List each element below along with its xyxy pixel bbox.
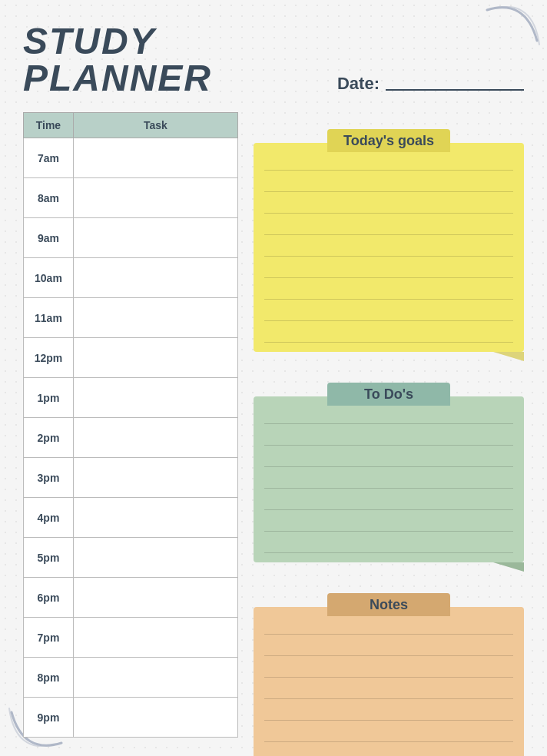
note-line (264, 510, 513, 532)
table-row: 3pm (24, 458, 238, 498)
table-row: 6pm (24, 578, 238, 618)
task-cell[interactable] (73, 418, 237, 458)
todos-note: To Do's (254, 396, 524, 562)
goals-wrapper: Today's goals (254, 129, 524, 352)
schedule-header: Time Task (24, 113, 238, 138)
time-cell: 1pm (24, 378, 74, 418)
date-label: Date: (337, 74, 380, 94)
note-line (264, 149, 513, 171)
note-line (264, 656, 513, 678)
table-row: 11am (24, 298, 238, 338)
note-line (264, 446, 513, 467)
note-line (264, 699, 513, 721)
todos-tab-label: To Do's (364, 386, 413, 403)
time-cell: 11am (24, 298, 74, 338)
todos-note-content (254, 396, 524, 553)
note-line (264, 192, 513, 214)
task-cell[interactable] (73, 538, 237, 578)
notes-tab-label: Notes (370, 597, 408, 613)
task-cell[interactable] (73, 618, 237, 658)
note-line (264, 424, 513, 446)
time-cell: 7pm (24, 618, 74, 658)
time-cell: 4pm (24, 498, 74, 538)
task-cell[interactable] (73, 458, 237, 498)
todos-tab: To Do's (327, 383, 450, 406)
note-line (264, 214, 513, 235)
time-cell: 9am (24, 218, 74, 258)
note-line (264, 321, 513, 343)
note-line (264, 721, 513, 742)
table-row: 10am (24, 258, 238, 298)
table-row: 8pm (24, 658, 238, 698)
task-cell[interactable] (73, 138, 237, 178)
time-cell: 8am (24, 178, 74, 218)
note-line (264, 489, 513, 510)
goals-note: Today's goals (254, 143, 524, 352)
table-row: 1pm (24, 378, 238, 418)
header: STUDY PLANNER Date: (23, 23, 524, 97)
task-cell[interactable] (73, 578, 237, 618)
main-content: Time Task 7am8am9am10am11am12pm1pm2pm3pm… (23, 112, 524, 753)
table-row: 8am (24, 178, 238, 218)
page-title: STUDY PLANNER (23, 23, 314, 97)
schedule-body: 7am8am9am10am11am12pm1pm2pm3pm4pm5pm6pm7… (24, 138, 238, 738)
note-line (264, 635, 513, 656)
note-line (264, 613, 513, 635)
notes-note: Notes (254, 607, 524, 756)
note-line (264, 171, 513, 192)
task-cell[interactable] (73, 378, 237, 418)
time-cell: 6pm (24, 578, 74, 618)
date-line (386, 89, 524, 91)
task-cell[interactable] (73, 338, 237, 378)
task-cell[interactable] (73, 498, 237, 538)
time-cell: 7am (24, 138, 74, 178)
note-line (264, 403, 513, 424)
task-cell[interactable] (73, 298, 237, 338)
table-row: 7am (24, 138, 238, 178)
time-cell: 12pm (24, 338, 74, 378)
notes-wrapper: Notes (254, 593, 524, 756)
schedule-section: Time Task 7am8am9am10am11am12pm1pm2pm3pm… (23, 112, 238, 753)
note-line (264, 300, 513, 321)
task-cell[interactable] (73, 218, 237, 258)
task-cell[interactable] (73, 698, 237, 738)
time-cell: 5pm (24, 538, 74, 578)
table-row: 4pm (24, 498, 238, 538)
time-cell: 8pm (24, 658, 74, 698)
notes-tab: Notes (327, 593, 450, 616)
table-row: 5pm (24, 538, 238, 578)
table-row: 9am (24, 218, 238, 258)
note-line (264, 257, 513, 278)
todos-wrapper: To Do's (254, 383, 524, 562)
notes-note-content (254, 607, 524, 756)
note-line (264, 532, 513, 553)
table-row: 2pm (24, 418, 238, 458)
note-line (264, 742, 513, 756)
table-row: 12pm (24, 338, 238, 378)
note-line (264, 678, 513, 699)
note-line (264, 235, 513, 257)
page: STUDY PLANNER Date: Time Task 7am8am9am1… (0, 0, 547, 756)
time-cell: 10am (24, 258, 74, 298)
note-line (264, 467, 513, 489)
goals-note-content (254, 143, 524, 343)
goals-tab: Today's goals (327, 129, 450, 152)
table-row: 7pm (24, 618, 238, 658)
schedule-table: Time Task 7am8am9am10am11am12pm1pm2pm3pm… (23, 112, 238, 738)
task-cell[interactable] (73, 178, 237, 218)
task-cell[interactable] (73, 258, 237, 298)
note-line (264, 278, 513, 300)
notes-column: Today's goals To Do's (254, 112, 524, 753)
time-column-header: Time (24, 113, 74, 138)
date-section: Date: (337, 74, 524, 97)
task-cell[interactable] (73, 658, 237, 698)
table-row: 9pm (24, 698, 238, 738)
time-cell: 9pm (24, 698, 74, 738)
goals-tab-label: Today's goals (343, 133, 434, 149)
time-cell: 2pm (24, 418, 74, 458)
task-column-header: Task (73, 113, 237, 138)
time-cell: 3pm (24, 458, 74, 498)
